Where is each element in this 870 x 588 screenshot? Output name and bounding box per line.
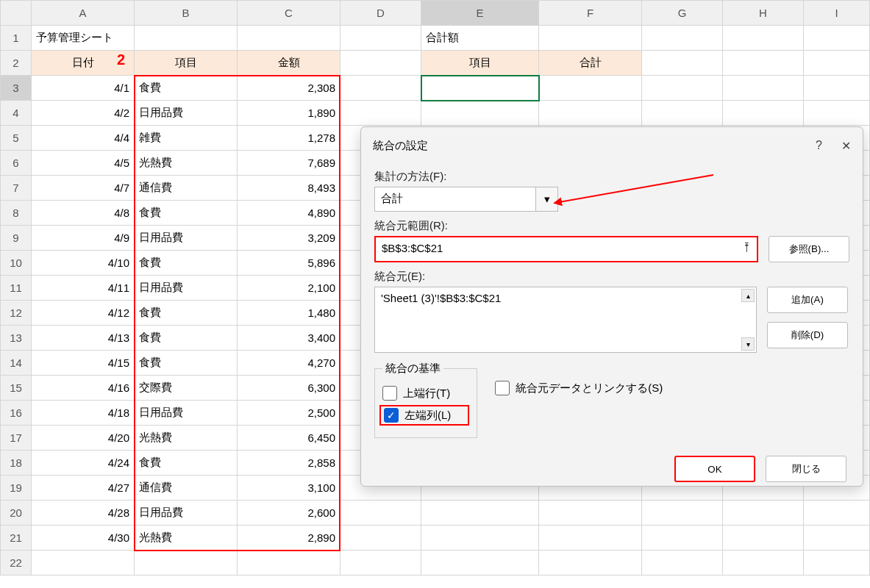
cell[interactable] <box>340 526 421 551</box>
cell[interactable]: 光熱費 <box>135 151 238 176</box>
row-header[interactable]: 3 <box>1 76 32 101</box>
row-header[interactable]: 8 <box>1 201 32 226</box>
add-button[interactable]: 追加(A) <box>767 287 848 313</box>
cell[interactable]: 4/8 <box>32 201 135 226</box>
source-item[interactable]: 'Sheet1 (3)'!$B$3:$C$21 <box>381 292 501 304</box>
delete-button[interactable]: 削除(D) <box>767 322 848 348</box>
col-header-F[interactable]: F <box>539 1 642 26</box>
cell[interactable]: 2,858 <box>238 451 340 476</box>
cell[interactable]: 食費 <box>135 326 238 351</box>
cell[interactable] <box>642 76 723 101</box>
cell[interactable] <box>539 551 642 576</box>
cell[interactable] <box>421 501 539 526</box>
col-header-I[interactable]: I <box>804 1 870 26</box>
cell[interactable]: 食費 <box>135 351 238 376</box>
cell[interactable]: 光熱費 <box>135 426 238 451</box>
cell[interactable]: 4/27 <box>32 476 135 501</box>
cell[interactable]: 4/15 <box>32 351 135 376</box>
row-header[interactable]: 16 <box>1 401 32 426</box>
cell[interactable]: 4/12 <box>32 301 135 326</box>
cell[interactable] <box>723 501 804 526</box>
cell[interactable]: 予算管理シート <box>32 26 135 51</box>
browse-button[interactable]: 参照(B)... <box>769 236 849 262</box>
row-header[interactable]: 4 <box>1 101 32 126</box>
cell[interactable]: 4/2 <box>32 101 135 126</box>
cell[interactable] <box>804 101 870 126</box>
col-header-D[interactable]: D <box>340 1 421 26</box>
cell[interactable]: 3,400 <box>238 326 340 351</box>
cell[interactable] <box>804 76 870 101</box>
cell[interactable] <box>238 551 340 576</box>
row-header[interactable]: 18 <box>1 451 32 476</box>
row-header[interactable]: 20 <box>1 501 32 526</box>
cell[interactable]: 3,209 <box>238 226 340 251</box>
row-header[interactable]: 22 <box>1 551 32 576</box>
ok-button[interactable]: OK <box>674 456 755 482</box>
cell[interactable]: 7,689 <box>238 151 340 176</box>
cell[interactable]: 6,450 <box>238 426 340 451</box>
cell[interactable]: 通信費 <box>135 476 238 501</box>
close-icon[interactable]: ✕ <box>841 139 851 153</box>
col-header-H[interactable]: H <box>723 1 804 26</box>
row-header[interactable]: 15 <box>1 376 32 401</box>
cell[interactable] <box>340 76 421 101</box>
cell[interactable]: 雑費 <box>135 126 238 151</box>
cell[interactable]: 金額 <box>238 51 340 76</box>
cell[interactable]: 4/1 <box>32 76 135 101</box>
cell[interactable]: 食費 <box>135 76 238 101</box>
cell[interactable]: 食費 <box>135 301 238 326</box>
cell[interactable]: 4/24 <box>32 451 135 476</box>
cell[interactable]: 1,278 <box>238 126 340 151</box>
cell[interactable]: 4/4 <box>32 126 135 151</box>
cell[interactable]: 2,890 <box>238 526 340 551</box>
cell[interactable] <box>642 551 723 576</box>
cell[interactable] <box>539 526 642 551</box>
cell[interactable] <box>642 101 723 126</box>
cell[interactable]: 4/13 <box>32 326 135 351</box>
cell[interactable] <box>723 26 804 51</box>
cell[interactable] <box>804 551 870 576</box>
link-checkbox[interactable] <box>495 381 510 395</box>
cell[interactable]: 6,300 <box>238 376 340 401</box>
cell[interactable] <box>340 26 421 51</box>
scroll-up-icon[interactable]: ▴ <box>741 289 755 302</box>
cell[interactable]: 4/28 <box>32 501 135 526</box>
cell[interactable] <box>421 101 539 126</box>
row-header[interactable]: 7 <box>1 176 32 201</box>
cell[interactable] <box>804 526 870 551</box>
cell[interactable] <box>421 526 539 551</box>
scroll-down-icon[interactable]: ▾ <box>741 337 755 351</box>
cell[interactable]: 2,308 <box>238 76 340 101</box>
cell[interactable] <box>723 51 804 76</box>
cell[interactable]: 4/30 <box>32 526 135 551</box>
reference-input[interactable]: $B$3:$C$21 ⭱ <box>374 236 758 262</box>
cell[interactable]: 日用品費 <box>135 226 238 251</box>
function-dropdown[interactable]: 合計 ▾ <box>374 187 558 212</box>
cell[interactable]: 合計額 <box>421 26 539 51</box>
cell[interactable] <box>642 26 723 51</box>
collapse-dialog-icon[interactable]: ⭱ <box>741 240 752 253</box>
cell[interactable]: 5,896 <box>238 251 340 276</box>
cell[interactable]: 4,270 <box>238 351 340 376</box>
row-header[interactable]: 14 <box>1 351 32 376</box>
cell[interactable]: 4/7 <box>32 176 135 201</box>
cell[interactable] <box>539 26 642 51</box>
cell[interactable]: 日用品費 <box>135 501 238 526</box>
cell[interactable] <box>135 551 238 576</box>
row-header[interactable]: 2 <box>1 51 32 76</box>
col-header-C[interactable]: C <box>238 1 340 26</box>
sources-list[interactable]: 'Sheet1 (3)'!$B$3:$C$21 ▴ ▾ <box>374 287 757 353</box>
col-header-G[interactable]: G <box>642 1 723 26</box>
cell[interactable]: 4/20 <box>32 426 135 451</box>
cell[interactable] <box>135 26 238 51</box>
row-header[interactable]: 6 <box>1 151 32 176</box>
cell[interactable]: 2,100 <box>238 276 340 301</box>
col-header-A[interactable]: A <box>32 1 135 26</box>
cell[interactable] <box>238 26 340 51</box>
cell[interactable]: 4/18 <box>32 401 135 426</box>
cell[interactable]: 食費 <box>135 251 238 276</box>
select-all-cell[interactable] <box>1 1 32 26</box>
cell[interactable]: 2,600 <box>238 501 340 526</box>
cell[interactable]: 項目 <box>135 51 238 76</box>
cell[interactable]: 食費 <box>135 201 238 226</box>
